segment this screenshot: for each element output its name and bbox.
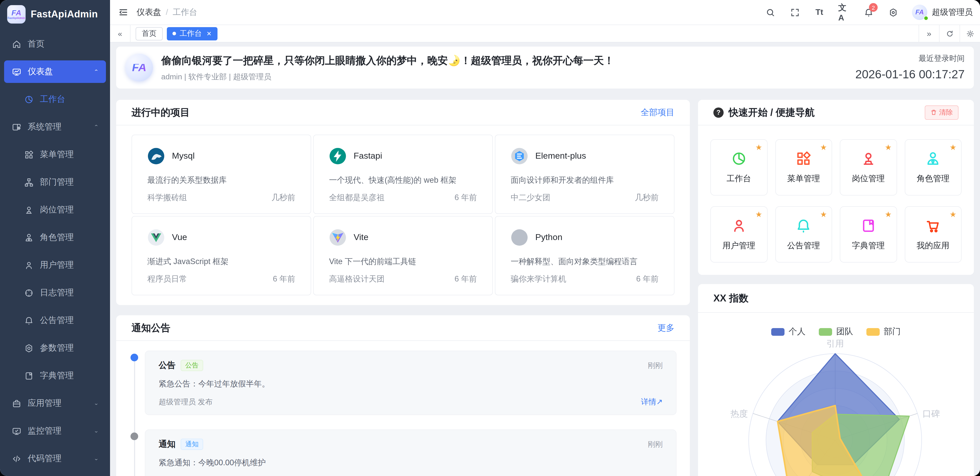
clear-button[interactable]: 清除 xyxy=(925,105,959,119)
post-icon xyxy=(24,205,34,215)
project-card-mysql[interactable]: Mysql 最流行的关系型数据库 科学搬砖组 几秒前 xyxy=(132,135,311,214)
project-card-element-plus[interactable]: Element-plus 面向设计师和开发者的组件库 中二少女团 几秒前 xyxy=(495,135,675,214)
settings-nut-icon[interactable] xyxy=(888,6,899,18)
legend-item[interactable]: 部门 xyxy=(866,326,900,337)
star-icon[interactable]: ★ xyxy=(755,210,762,219)
sidebar-item-dashboard[interactable]: 仪表盘 ⌃ xyxy=(4,60,106,83)
main-content: FA 偷偷向银河要了一把碎星，只等你闭上眼睛撒入你的梦中，晚安🌛！超级管理员，祝… xyxy=(110,43,980,476)
python-logo-icon xyxy=(511,229,528,246)
search-icon[interactable] xyxy=(765,6,776,18)
sidebar-item-home[interactable]: 首页 xyxy=(4,33,106,55)
param-icon xyxy=(24,343,34,353)
language-icon[interactable]: 文A xyxy=(838,6,850,18)
project-time: 6 年前 xyxy=(455,274,477,285)
chevron-up-icon: ⌃ xyxy=(94,69,99,75)
star-icon[interactable]: ★ xyxy=(755,143,762,152)
sidebar-item-post-mgmt[interactable]: 岗位管理 xyxy=(4,199,106,221)
project-group: 骗你来学计算机 xyxy=(511,274,566,285)
log-icon xyxy=(24,288,34,298)
refresh-icon[interactable] xyxy=(939,25,959,42)
sidebar-item-monitor-mgmt[interactable]: 监控管理 ⌄ xyxy=(4,420,106,442)
tab-home[interactable]: 首页 xyxy=(135,27,163,40)
quicknav-role-mgmt[interactable]: ★ 角色管理 xyxy=(905,139,962,196)
notice-content: 紧急通知：今晚00.00停机维护 xyxy=(159,458,663,468)
projects-card: 进行中的项目 全部项目 Mysql 最流行的关系型数据库 xyxy=(116,100,690,305)
sidebar-item-app-mgmt[interactable]: 应用管理 ⌄ xyxy=(4,392,106,415)
cart-icon xyxy=(925,218,941,234)
notice-item-announcement[interactable]: 公告 公告 刚刚 紧急公告：今年过年放假半年。 超级管理员 发布 详情↗ xyxy=(145,350,676,415)
all-projects-link[interactable]: 全部项目 xyxy=(641,107,675,118)
sidebar-item-param-mgmt[interactable]: 参数管理 xyxy=(4,337,106,359)
project-group: 全组都是吴彦祖 xyxy=(329,193,385,203)
project-card-fastapi[interactable]: Fastapi 一个现代、快速(高性能)的 web 框架 全组都是吴彦祖 6 年… xyxy=(313,135,493,214)
quicknav-dict-mgmt[interactable]: ★ 字典管理 xyxy=(840,206,897,263)
quicknav-post-mgmt[interactable]: ★ 岗位管理 xyxy=(840,139,897,196)
vue-logo-icon xyxy=(147,229,165,246)
tabs-scroll-left-icon[interactable]: « xyxy=(110,25,130,42)
fullscreen-icon[interactable] xyxy=(789,6,800,18)
sidebar-item-dict-mgmt[interactable]: 字典管理 xyxy=(4,365,106,387)
legend-item[interactable]: 个人 xyxy=(771,326,805,337)
timeline-dot xyxy=(130,354,138,361)
star-icon[interactable]: ★ xyxy=(885,210,892,219)
menu-grid-icon xyxy=(24,150,34,160)
project-card-python[interactable]: Python 一种解释型、面向对象类型编程语言 骗你来学计算机 6 年前 xyxy=(495,216,675,295)
user-meta: admin | 软件专业部 | 超级管理员 xyxy=(161,72,614,82)
quicknav-workbench[interactable]: ★ 工作台 xyxy=(710,139,767,196)
star-icon[interactable]: ★ xyxy=(950,143,956,152)
layout-settings-icon[interactable] xyxy=(959,25,980,42)
star-icon[interactable]: ★ xyxy=(820,210,827,219)
notice-detail-link[interactable]: 详情↗ xyxy=(641,397,663,407)
sidebar-item-dept-mgmt[interactable]: 部门管理 xyxy=(4,171,106,193)
logo[interactable]: FA FastApiAdmin FastApiAdmin xyxy=(0,0,110,29)
notice-item-notification[interactable]: 通知 通知 刚刚 紧急通知：今晚00.00停机维护 详情↗ xyxy=(145,430,676,476)
legend-item[interactable]: 团队 xyxy=(819,326,853,337)
star-icon[interactable]: ★ xyxy=(950,210,956,219)
user-menu[interactable]: FA 超级管理员 xyxy=(912,5,973,20)
sidebar-item-label: 仪表盘 xyxy=(28,66,53,77)
tabs-scroll-right-icon[interactable]: » xyxy=(919,25,939,42)
welcome-banner: FA 偷偷向银河要了一把碎星，只等你闭上眼睛撒入你的梦中，晚安🌛！超级管理员，祝… xyxy=(116,46,974,89)
sidebar-item-code-mgmt[interactable]: 代码管理 ⌄ xyxy=(4,447,106,470)
close-tab-icon[interactable]: ✕ xyxy=(207,30,212,37)
notification-bell-icon[interactable]: 2 xyxy=(863,6,874,18)
star-icon[interactable]: ★ xyxy=(820,143,827,152)
sidebar-item-notice-mgmt[interactable]: 公告管理 xyxy=(4,309,106,332)
sidebar-item-api-mgmt[interactable]: 接口管理 ⌄ xyxy=(4,475,106,476)
online-status-dot xyxy=(924,16,928,21)
sidebar-item-menu-mgmt[interactable]: 菜单管理 xyxy=(4,143,106,166)
breadcrumb-dashboard[interactable]: 仪表盘 xyxy=(137,7,161,18)
sidebar-item-user-mgmt[interactable]: 用户管理 xyxy=(4,254,106,276)
project-card-vue[interactable]: Vue 渐进式 JavaScript 框架 程序员日常 6 年前 xyxy=(132,216,311,295)
breadcrumb: 仪表盘 / 工作台 xyxy=(137,7,197,18)
sidebar-item-log-mgmt[interactable]: 日志管理 xyxy=(4,282,106,304)
tab-workbench[interactable]: 工作台 ✕ xyxy=(167,27,217,40)
notice-tag: 公告 xyxy=(181,360,203,371)
quicknav-user-mgmt[interactable]: ★ 用户管理 xyxy=(710,206,767,263)
more-notices-link[interactable]: 更多 xyxy=(658,322,675,333)
sidebar-item-label: 角色管理 xyxy=(40,232,74,243)
font-size-icon[interactable]: Tt xyxy=(814,6,825,18)
sidebar: FA FastApiAdmin FastApiAdmin 首页 仪表盘 ⌃ 工作… xyxy=(0,0,110,476)
last-login-time: 2026-01-16 00:17:27 xyxy=(855,68,965,81)
sidebar-item-workbench[interactable]: 工作台 xyxy=(4,88,106,111)
collapse-sidebar-icon[interactable] xyxy=(118,7,129,18)
tab-bar: « 首页 工作台 ✕ » xyxy=(110,25,980,43)
quicknav-notice-mgmt[interactable]: ★ 公告管理 xyxy=(775,206,832,263)
project-group: 科学搬砖组 xyxy=(147,193,187,203)
chevron-down-icon: ⌄ xyxy=(94,401,99,406)
star-icon[interactable]: ★ xyxy=(885,143,892,152)
dict-icon xyxy=(860,218,877,234)
notice-publisher: 超级管理员 发布 xyxy=(159,397,213,407)
logo-caption: FastApiAdmin xyxy=(8,16,25,19)
sidebar-item-role-mgmt[interactable]: 角色管理 xyxy=(4,226,106,249)
project-card-vite[interactable]: Vite Vite 下一代的前端工具链 高逼格设计天团 6 年前 xyxy=(313,216,493,295)
code-icon xyxy=(11,454,21,464)
app-window: FA FastApiAdmin FastApiAdmin 首页 仪表盘 ⌃ 工作… xyxy=(0,0,980,476)
svg-text:引用: 引用 xyxy=(826,339,844,348)
sidebar-item-label: 首页 xyxy=(28,38,45,49)
quicknav-menu-mgmt[interactable]: ★ 菜单管理 xyxy=(775,139,832,196)
breadcrumb-workbench[interactable]: 工作台 xyxy=(173,7,197,18)
sidebar-item-system[interactable]: 系统管理 ⌃ xyxy=(4,116,106,138)
quicknav-my-apps[interactable]: ★ 我的应用 xyxy=(905,206,962,263)
